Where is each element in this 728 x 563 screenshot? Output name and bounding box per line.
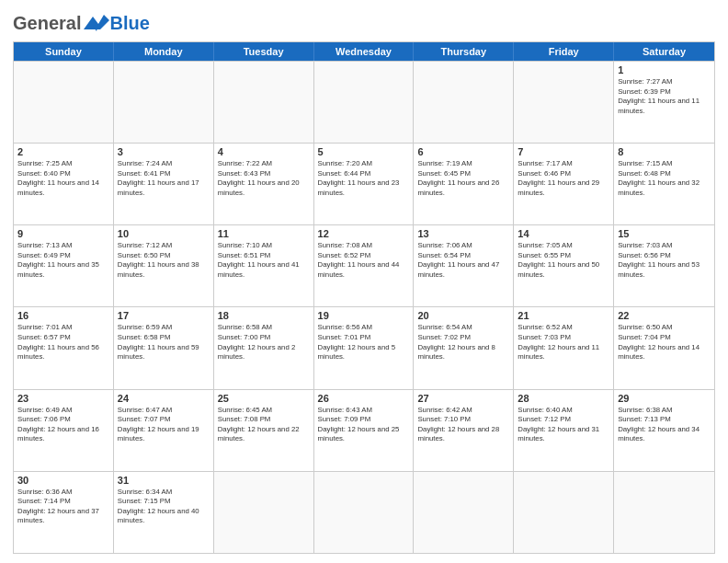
empty-cell-0-3 — [314, 62, 415, 143]
day-cell-31: 31Sunrise: 6:34 AM Sunset: 7:15 PM Dayli… — [114, 472, 214, 553]
day-cell-24: 24Sunrise: 6:47 AM Sunset: 7:07 PM Dayli… — [114, 390, 214, 471]
empty-cell-5-3 — [314, 472, 415, 553]
day-number: 25 — [218, 393, 310, 404]
day-number: 15 — [618, 228, 711, 239]
day-info: Sunrise: 6:49 AM Sunset: 7:06 PM Dayligh… — [17, 406, 109, 444]
day-number: 5 — [318, 146, 410, 157]
day-cell-20: 20Sunrise: 6:54 AM Sunset: 7:02 PM Dayli… — [414, 307, 514, 388]
day-number: 14 — [518, 228, 609, 239]
day-number: 7 — [518, 146, 609, 157]
empty-cell-5-2 — [214, 472, 314, 553]
day-number: 27 — [417, 393, 509, 404]
day-number: 20 — [417, 310, 509, 321]
day-info: Sunrise: 7:20 AM Sunset: 6:44 PM Dayligh… — [318, 159, 410, 198]
day-number: 3 — [118, 146, 210, 157]
day-info: Sunrise: 6:59 AM Sunset: 6:58 PM Dayligh… — [118, 323, 210, 362]
day-info: Sunrise: 7:24 AM Sunset: 6:41 PM Dayligh… — [118, 159, 210, 198]
day-cell-19: 19Sunrise: 6:56 AM Sunset: 7:01 PM Dayli… — [314, 307, 415, 388]
empty-cell-0-1 — [114, 62, 214, 143]
day-cell-29: 29Sunrise: 6:38 AM Sunset: 7:13 PM Dayli… — [614, 390, 714, 471]
empty-cell-0-2 — [214, 62, 314, 143]
day-cell-5: 5Sunrise: 7:20 AM Sunset: 6:44 PM Daylig… — [314, 144, 415, 224]
day-cell-3: 3Sunrise: 7:24 AM Sunset: 6:41 PM Daylig… — [114, 144, 214, 224]
day-number: 11 — [218, 228, 310, 239]
empty-cell-5-4 — [414, 472, 514, 553]
day-info: Sunrise: 6:38 AM Sunset: 7:13 PM Dayligh… — [618, 406, 711, 444]
day-info: Sunrise: 7:25 AM Sunset: 6:40 PM Dayligh… — [17, 159, 109, 198]
day-info: Sunrise: 7:08 AM Sunset: 6:52 PM Dayligh… — [318, 241, 410, 280]
day-cell-11: 11Sunrise: 7:10 AM Sunset: 6:51 PM Dayli… — [214, 225, 314, 306]
day-cell-25: 25Sunrise: 6:45 AM Sunset: 7:08 PM Dayli… — [214, 390, 314, 471]
day-info: Sunrise: 6:34 AM Sunset: 7:15 PM Dayligh… — [118, 488, 210, 526]
day-info: Sunrise: 7:06 AM Sunset: 6:54 PM Dayligh… — [417, 241, 509, 280]
day-number: 21 — [518, 310, 609, 321]
day-number: 12 — [318, 228, 410, 239]
day-number: 29 — [618, 393, 711, 404]
day-cell-9: 9Sunrise: 7:13 AM Sunset: 6:49 PM Daylig… — [14, 225, 114, 306]
logo: General Blue — [13, 13, 150, 34]
weekday-header-sunday: Sunday — [14, 42, 114, 61]
page: General Blue SundayMondayTuesdayWednesda… — [0, 0, 728, 563]
day-cell-22: 22Sunrise: 6:50 AM Sunset: 7:04 PM Dayli… — [614, 307, 714, 388]
day-cell-4: 4Sunrise: 7:22 AM Sunset: 6:43 PM Daylig… — [214, 144, 314, 224]
day-info: Sunrise: 6:50 AM Sunset: 7:04 PM Dayligh… — [618, 323, 711, 362]
day-number: 2 — [17, 146, 109, 157]
day-info: Sunrise: 6:54 AM Sunset: 7:02 PM Dayligh… — [417, 323, 509, 362]
day-number: 10 — [118, 228, 210, 239]
day-cell-21: 21Sunrise: 6:52 AM Sunset: 7:03 PM Dayli… — [514, 307, 614, 388]
day-info: Sunrise: 6:47 AM Sunset: 7:07 PM Dayligh… — [118, 406, 210, 444]
calendar-row-4: 23Sunrise: 6:49 AM Sunset: 7:06 PM Dayli… — [14, 389, 714, 471]
day-number: 6 — [417, 146, 509, 157]
empty-cell-5-5 — [514, 472, 614, 553]
day-cell-23: 23Sunrise: 6:49 AM Sunset: 7:06 PM Dayli… — [14, 390, 114, 471]
day-info: Sunrise: 7:17 AM Sunset: 6:46 PM Dayligh… — [518, 159, 609, 198]
day-cell-1: 1Sunrise: 7:27 AM Sunset: 6:39 PM Daylig… — [614, 62, 714, 143]
day-cell-12: 12Sunrise: 7:08 AM Sunset: 6:52 PM Dayli… — [314, 225, 415, 306]
empty-cell-0-0 — [14, 62, 114, 143]
calendar: SundayMondayTuesdayWednesdayThursdayFrid… — [13, 41, 715, 554]
weekday-header-saturday: Saturday — [614, 42, 714, 61]
day-number: 26 — [318, 393, 410, 404]
calendar-row-3: 16Sunrise: 7:01 AM Sunset: 6:57 PM Dayli… — [14, 306, 714, 388]
weekday-header-wednesday: Wednesday — [314, 42, 415, 61]
day-cell-18: 18Sunrise: 6:58 AM Sunset: 7:00 PM Dayli… — [214, 307, 314, 388]
day-number: 16 — [17, 310, 109, 321]
day-info: Sunrise: 7:19 AM Sunset: 6:45 PM Dayligh… — [417, 159, 509, 198]
day-info: Sunrise: 6:52 AM Sunset: 7:03 PM Dayligh… — [518, 323, 609, 362]
calendar-row-2: 9Sunrise: 7:13 AM Sunset: 6:49 PM Daylig… — [14, 224, 714, 306]
weekday-header-friday: Friday — [514, 42, 614, 61]
day-cell-14: 14Sunrise: 7:05 AM Sunset: 6:55 PM Dayli… — [514, 225, 614, 306]
day-number: 22 — [618, 310, 711, 321]
day-cell-7: 7Sunrise: 7:17 AM Sunset: 6:46 PM Daylig… — [514, 144, 614, 224]
day-cell-17: 17Sunrise: 6:59 AM Sunset: 6:58 PM Dayli… — [114, 307, 214, 388]
day-cell-28: 28Sunrise: 6:40 AM Sunset: 7:12 PM Dayli… — [514, 390, 614, 471]
day-number: 17 — [118, 310, 210, 321]
day-number: 23 — [17, 393, 109, 404]
day-cell-13: 13Sunrise: 7:06 AM Sunset: 6:54 PM Dayli… — [414, 225, 514, 306]
day-number: 19 — [318, 310, 410, 321]
calendar-body: 1Sunrise: 7:27 AM Sunset: 6:39 PM Daylig… — [14, 61, 714, 553]
day-cell-10: 10Sunrise: 7:12 AM Sunset: 6:50 PM Dayli… — [114, 225, 214, 306]
day-info: Sunrise: 6:58 AM Sunset: 7:00 PM Dayligh… — [218, 323, 310, 362]
day-info: Sunrise: 6:56 AM Sunset: 7:01 PM Dayligh… — [318, 323, 410, 362]
day-cell-8: 8Sunrise: 7:15 AM Sunset: 6:48 PM Daylig… — [614, 144, 714, 224]
day-info: Sunrise: 7:01 AM Sunset: 6:57 PM Dayligh… — [17, 323, 109, 362]
day-info: Sunrise: 7:03 AM Sunset: 6:56 PM Dayligh… — [618, 241, 711, 280]
day-number: 18 — [218, 310, 310, 321]
day-number: 24 — [118, 393, 210, 404]
calendar-header: SundayMondayTuesdayWednesdayThursdayFrid… — [14, 42, 714, 61]
calendar-row-5: 30Sunrise: 6:36 AM Sunset: 7:14 PM Dayli… — [14, 471, 714, 553]
day-cell-16: 16Sunrise: 7:01 AM Sunset: 6:57 PM Dayli… — [14, 307, 114, 388]
day-info: Sunrise: 7:22 AM Sunset: 6:43 PM Dayligh… — [218, 159, 310, 198]
day-number: 13 — [417, 228, 509, 239]
day-cell-30: 30Sunrise: 6:36 AM Sunset: 7:14 PM Dayli… — [14, 472, 114, 553]
day-cell-26: 26Sunrise: 6:43 AM Sunset: 7:09 PM Dayli… — [314, 390, 415, 471]
day-cell-2: 2Sunrise: 7:25 AM Sunset: 6:40 PM Daylig… — [14, 144, 114, 224]
day-info: Sunrise: 6:43 AM Sunset: 7:09 PM Dayligh… — [318, 406, 410, 444]
day-number: 28 — [518, 393, 609, 404]
day-info: Sunrise: 7:13 AM Sunset: 6:49 PM Dayligh… — [17, 241, 109, 280]
day-number: 9 — [17, 228, 109, 239]
day-info: Sunrise: 6:40 AM Sunset: 7:12 PM Dayligh… — [518, 406, 609, 444]
day-number: 30 — [17, 475, 109, 486]
day-number: 31 — [118, 475, 210, 486]
